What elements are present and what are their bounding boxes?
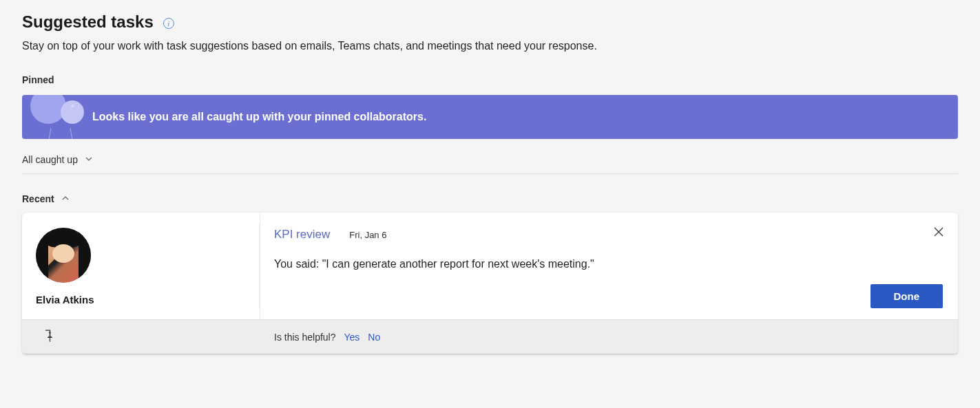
close-icon[interactable]: [933, 226, 944, 240]
page-title: Suggested tasks: [22, 12, 154, 32]
task-title-link[interactable]: KPI review: [274, 228, 330, 241]
page-subtitle: Stay on top of your work with task sugge…: [22, 40, 958, 52]
chevron-up-icon: [61, 194, 70, 204]
banner-text: Looks like you are all caught up with yo…: [92, 111, 426, 123]
all-caught-up-label: All caught up: [22, 154, 78, 165]
done-button[interactable]: Done: [870, 284, 943, 308]
all-caught-up-toggle[interactable]: All caught up: [22, 154, 958, 174]
avatar: [36, 228, 91, 283]
recent-section-toggle[interactable]: Recent: [22, 193, 958, 204]
task-date: Fri, Jan 6: [349, 230, 386, 240]
balloons-icon: [22, 95, 90, 139]
chevron-down-icon: [85, 155, 93, 164]
task-description: You said: "I can generate another report…: [274, 258, 943, 270]
task-card-footer: Is this helpful? Yes No: [22, 319, 958, 354]
feedback-prompt: Is this helpful?: [274, 332, 336, 343]
person-name: Elvia Atkins: [36, 294, 244, 305]
task-person-pane: Elvia Atkins: [22, 213, 260, 319]
recent-label: Recent: [22, 193, 54, 204]
caught-up-banner: Looks like you are all caught up with yo…: [22, 95, 958, 139]
info-icon[interactable]: i: [163, 18, 174, 29]
pinned-section-label: Pinned: [22, 74, 958, 85]
pin-icon[interactable]: [41, 329, 55, 345]
feedback-no-link[interactable]: No: [368, 332, 380, 343]
feedback-yes-link[interactable]: Yes: [344, 332, 360, 343]
task-card: Elvia Atkins KPI review Fri, Jan 6 You s…: [22, 213, 958, 354]
